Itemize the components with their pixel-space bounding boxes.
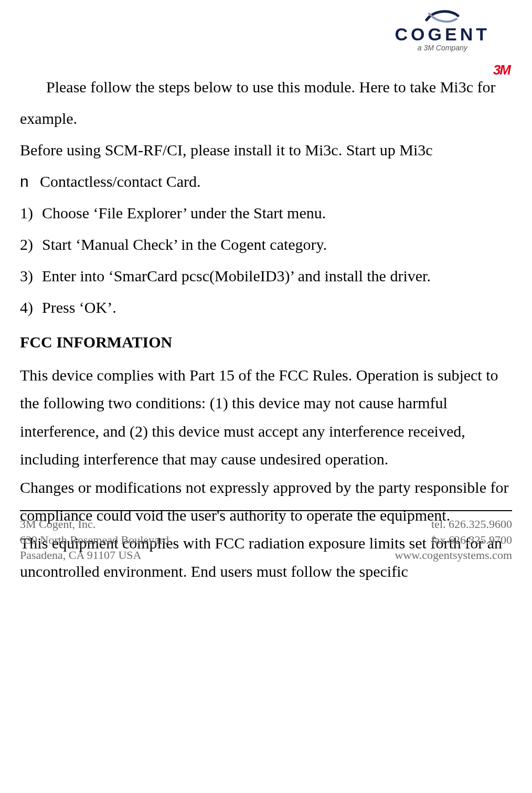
footer-tel: tel. 626.325.9600	[395, 516, 512, 532]
step-number: 4)	[20, 292, 39, 323]
step-item: 3) Enter into ‘SmarCard pcsc(MobileID3)’…	[20, 260, 512, 292]
footer-street: 639 North Rosemead Boulevard	[20, 532, 169, 548]
page-footer: 3M Cogent, Inc. 639 North Rosemead Boule…	[20, 510, 512, 563]
bullet-marker: n	[20, 166, 33, 197]
footer-fax: fax 626.325.9700	[395, 532, 512, 548]
footer-contact: tel. 626.325.9600 fax 626.325.9700 www.c…	[395, 516, 512, 563]
swoosh-icon	[424, 8, 461, 24]
step-item: 4) Press ‘OK’.	[20, 292, 512, 323]
step-number: 1)	[20, 197, 39, 229]
footer-web: www.cogentsystems.com	[395, 547, 512, 563]
step-text: Start ‘Manual Check’ in the Cogent categ…	[42, 229, 327, 260]
step-number: 3)	[20, 260, 39, 292]
step-item: 1) Choose ‘File Explorer’ under the Star…	[20, 197, 512, 229]
footer-address: 3M Cogent, Inc. 639 North Rosemead Boule…	[20, 516, 169, 563]
intro-paragraph: Please follow the steps below to use thi…	[20, 71, 512, 134]
step-number: 2)	[20, 229, 39, 260]
before-paragraph: Before using SCM-RF/CI, please install i…	[20, 134, 512, 166]
step-text: Enter into ‘SmarCard pcsc(MobileID3)’ an…	[42, 260, 431, 292]
logo-subline: a 3M Company	[395, 44, 490, 51]
bullet-text: Contactless/contact Card.	[40, 166, 201, 197]
step-item: 2) Start ‘Manual Check’ in the Cogent ca…	[20, 229, 512, 260]
company-logo: COGENT a 3M Company	[395, 8, 490, 51]
fcc-heading: FCC INFORMATION	[20, 326, 512, 358]
footer-divider	[20, 510, 512, 511]
footer-city: Pasadena, CA 91107 USA	[20, 547, 169, 563]
step-text: Choose ‘File Explorer’ under the Start m…	[42, 197, 326, 229]
step-text: Press ‘OK’.	[42, 292, 116, 323]
logo-brand-text: COGENT	[395, 24, 490, 44]
footer-company: 3M Cogent, Inc.	[20, 516, 169, 532]
3m-logo: 3M	[493, 62, 510, 78]
document-body: Please follow the steps below to use thi…	[20, 15, 512, 585]
fcc-paragraph-1: This device complies with Part 15 of the…	[20, 361, 512, 473]
bullet-item: n Contactless/contact Card.	[20, 166, 512, 197]
